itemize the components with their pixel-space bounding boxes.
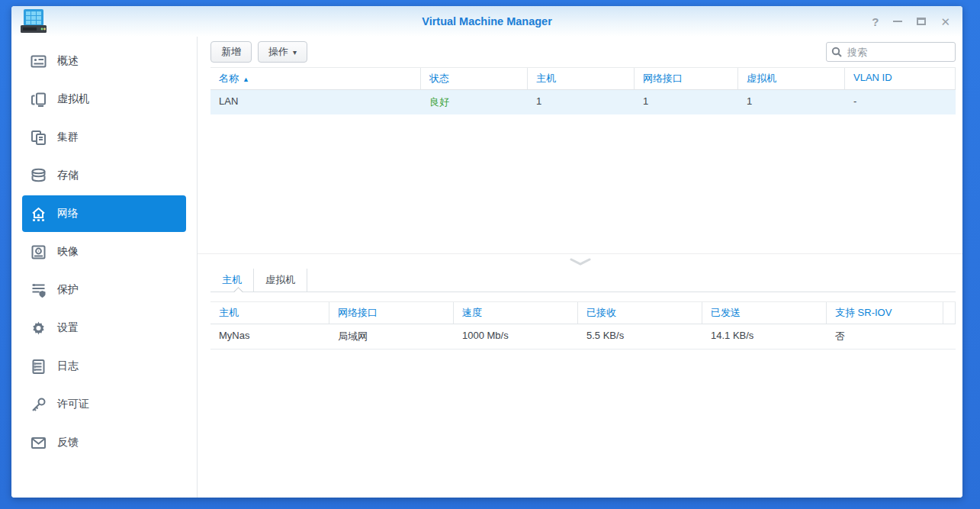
page-title: Virtual Machine Manager xyxy=(422,15,552,27)
sidebar-item-label: 映像 xyxy=(57,245,79,259)
sidebar-item-label: 设置 xyxy=(57,321,79,335)
feedback-icon xyxy=(31,435,47,451)
sidebar-item-label: 虚拟机 xyxy=(57,92,89,106)
network-row-lan[interactable]: LAN 良好 1 1 1 - xyxy=(210,90,956,114)
sidebar-item-cluster[interactable]: 集群 xyxy=(22,119,186,156)
minimize-icon xyxy=(893,21,902,22)
host-table-header: 主机 网络接口 速度 已接收 已发送 支持 SR-IOV xyxy=(210,301,956,324)
caret-down-icon: ▾ xyxy=(293,48,297,56)
sidebar-item-label: 保护 xyxy=(57,283,79,297)
add-button-label: 新增 xyxy=(221,45,241,59)
help-icon: ? xyxy=(872,16,879,27)
add-button[interactable]: 新增 xyxy=(210,41,252,63)
minimize-button[interactable] xyxy=(893,21,902,22)
cell-host: 1 xyxy=(528,90,635,114)
help-button[interactable]: ? xyxy=(872,16,879,27)
column-header-interfaces[interactable]: 网络接口 xyxy=(635,68,738,89)
column-header-host[interactable]: 主机 xyxy=(210,302,329,324)
maximize-button[interactable] xyxy=(917,18,926,25)
sidebar-item-label: 集群 xyxy=(57,130,79,144)
action-button-label: 操作 xyxy=(268,45,288,59)
maximize-icon xyxy=(917,18,926,25)
sidebar-item-label: 网络 xyxy=(57,207,79,221)
cell-received: 5.5 KB/s xyxy=(578,324,702,349)
cluster-icon xyxy=(31,130,47,146)
titlebar: Virtual Machine Manager ? ✕ xyxy=(11,6,962,37)
action-dropdown-button[interactable]: 操作 ▾ xyxy=(258,41,307,63)
network-table: 名称▲ 状态 主机 网络接口 虚拟机 VLAN ID LAN 良好 1 1 1 … xyxy=(210,67,956,114)
close-icon: ✕ xyxy=(940,16,950,27)
image-icon xyxy=(31,244,47,260)
cell-name: LAN xyxy=(210,90,421,114)
sidebar-item-label: 概述 xyxy=(57,54,79,68)
sidebar: 概述 虚拟机 xyxy=(11,37,198,498)
vm-icon xyxy=(31,92,47,108)
cell-interface: 局域网 xyxy=(329,324,454,349)
cell-spacer xyxy=(943,324,956,349)
column-header-interface[interactable]: 网络接口 xyxy=(329,302,454,324)
main-panel: 新增 操作 ▾ xyxy=(198,37,962,498)
cell-sriov: 否 xyxy=(827,324,943,349)
cell-sent: 14.1 KB/s xyxy=(702,324,827,349)
cell-host: MyNas xyxy=(210,324,329,349)
vmm-window: Virtual Machine Manager ? ✕ 概述 xyxy=(11,6,962,498)
search-icon xyxy=(831,47,842,57)
network-table-header: 名称▲ 状态 主机 网络接口 虚拟机 VLAN ID xyxy=(210,67,956,90)
column-header-name[interactable]: 名称▲ xyxy=(210,68,421,89)
network-table-empty-area xyxy=(198,114,962,253)
column-header-host[interactable]: 主机 xyxy=(528,68,635,89)
cell-speed: 1000 Mb/s xyxy=(454,324,578,349)
window-controls: ? ✕ xyxy=(872,6,950,37)
storage-icon xyxy=(31,168,47,184)
column-header-vms[interactable]: 虚拟机 xyxy=(738,68,845,89)
license-icon xyxy=(31,397,47,413)
sidebar-item-overview[interactable]: 概述 xyxy=(22,43,186,79)
tab-host[interactable]: 主机 xyxy=(210,269,254,292)
sidebar-item-log[interactable]: 日志 xyxy=(22,348,186,385)
cell-vlan: - xyxy=(845,90,956,114)
tab-vm[interactable]: 虚拟机 xyxy=(254,269,307,292)
sidebar-item-settings[interactable]: 设置 xyxy=(22,310,186,346)
settings-icon xyxy=(31,321,47,337)
toolbar: 新增 操作 ▾ xyxy=(198,37,962,67)
sidebar-item-label: 存储 xyxy=(57,169,79,182)
host-row-mynas[interactable]: MyNas 局域网 1000 Mb/s 5.5 KB/s 14.1 KB/s 否 xyxy=(210,324,956,350)
close-button[interactable]: ✕ xyxy=(940,16,950,27)
sidebar-item-network[interactable]: 网络 xyxy=(22,195,186,232)
sidebar-item-storage[interactable]: 存储 xyxy=(22,157,186,194)
sidebar-item-license[interactable]: 许可证 xyxy=(22,386,186,423)
sidebar-item-label: 反馈 xyxy=(57,436,79,449)
sidebar-item-label: 许可证 xyxy=(57,398,89,411)
host-table: 主机 网络接口 速度 已接收 已发送 支持 SR-IOV MyNas 局域网 1… xyxy=(210,301,956,350)
network-icon xyxy=(31,206,47,222)
vmm-app-icon xyxy=(19,8,48,34)
overview-icon xyxy=(31,53,47,69)
sidebar-item-feedback[interactable]: 反馈 xyxy=(22,424,186,461)
sidebar-item-vm[interactable]: 虚拟机 xyxy=(22,81,186,118)
cell-status: 良好 xyxy=(421,90,528,114)
search-input[interactable] xyxy=(826,42,956,62)
pane-splitter[interactable] xyxy=(198,253,962,269)
column-header-sent[interactable]: 已发送 xyxy=(702,302,827,324)
column-header-status[interactable]: 状态 xyxy=(421,68,528,89)
chevron-down-icon xyxy=(570,258,591,266)
cell-vms: 1 xyxy=(738,90,845,114)
sort-asc-icon: ▲ xyxy=(243,76,249,83)
search-box xyxy=(826,42,956,62)
detail-tabs: 主机 虚拟机 xyxy=(210,269,956,292)
sidebar-item-protection[interactable]: 保护 xyxy=(22,272,186,308)
column-header-speed[interactable]: 速度 xyxy=(454,302,578,324)
column-header-spacer xyxy=(943,302,956,324)
column-header-received[interactable]: 已接收 xyxy=(578,302,702,324)
log-icon xyxy=(31,359,47,375)
sidebar-item-image[interactable]: 映像 xyxy=(22,234,186,270)
column-header-sriov[interactable]: 支持 SR-IOV xyxy=(827,302,943,324)
cell-interfaces: 1 xyxy=(635,90,738,114)
protection-icon xyxy=(31,282,47,298)
sidebar-item-label: 日志 xyxy=(57,359,79,373)
column-header-vlan[interactable]: VLAN ID xyxy=(845,68,956,89)
